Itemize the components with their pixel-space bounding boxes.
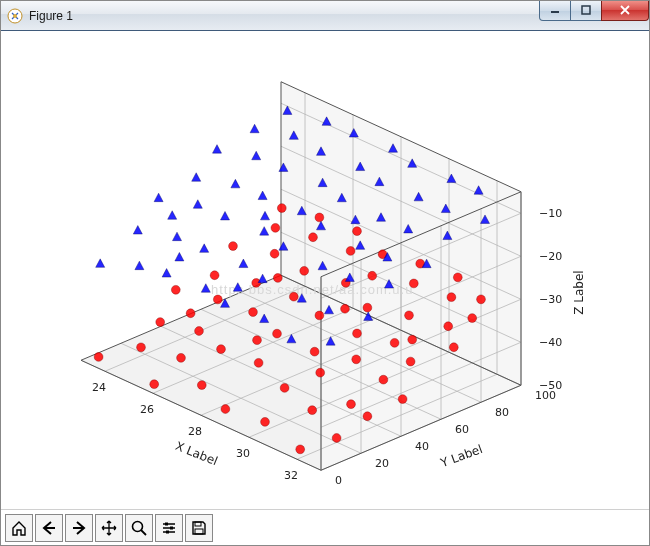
navigation-toolbar <box>1 509 649 545</box>
data-point-circle <box>449 343 458 352</box>
data-point-triangle <box>258 191 267 200</box>
x-tick-label: 26 <box>140 403 154 416</box>
data-point-circle <box>270 249 279 258</box>
scatter3d-plot: https bbs.csdn.net/aa.com.u.u24262830320… <box>1 31 649 509</box>
data-point-triangle <box>201 284 210 293</box>
window-title: Figure 1 <box>29 9 540 23</box>
x-tick-label: 32 <box>284 469 298 482</box>
data-point-circle <box>390 338 399 347</box>
data-point-circle <box>353 227 362 236</box>
data-point-circle <box>310 347 319 356</box>
data-point-circle <box>137 343 146 352</box>
app-icon <box>7 8 23 24</box>
data-point-circle <box>398 395 407 404</box>
minimize-button[interactable] <box>539 1 571 21</box>
data-point-triangle <box>168 211 177 220</box>
data-point-triangle <box>96 259 105 268</box>
data-point-circle <box>332 434 341 443</box>
data-point-circle <box>94 353 103 362</box>
data-point-triangle <box>135 261 144 270</box>
data-point-circle <box>453 273 462 282</box>
data-point-circle <box>408 335 417 344</box>
data-point-circle <box>156 318 165 327</box>
x-tick-label: 30 <box>236 447 250 460</box>
titlebar[interactable]: Figure 1 <box>1 1 649 31</box>
data-point-circle <box>309 233 318 242</box>
svg-rect-48 <box>166 530 169 533</box>
data-point-circle <box>447 293 456 302</box>
data-point-circle <box>221 405 230 414</box>
data-point-triangle <box>154 193 163 202</box>
data-point-circle <box>352 355 361 364</box>
data-point-triangle <box>173 232 182 241</box>
data-point-circle <box>406 357 415 366</box>
data-point-triangle <box>200 244 209 253</box>
svg-rect-47 <box>170 526 173 529</box>
data-point-circle <box>213 295 222 304</box>
y-tick-label: 20 <box>375 457 389 470</box>
svg-rect-46 <box>165 522 168 525</box>
data-point-circle <box>195 327 204 336</box>
data-point-circle <box>347 400 356 409</box>
y-tick-label: 0 <box>335 474 342 487</box>
data-point-circle <box>217 345 226 354</box>
configure-button[interactable] <box>155 514 183 542</box>
x-tick-label: 28 <box>188 425 202 438</box>
z-tick-label: −30 <box>539 293 562 306</box>
data-point-circle <box>363 303 372 312</box>
home-button[interactable] <box>5 514 33 542</box>
data-point-circle <box>308 406 317 415</box>
data-point-circle <box>249 308 258 317</box>
zoom-button[interactable] <box>125 514 153 542</box>
x-axis-label: X Label <box>173 439 219 469</box>
data-point-circle <box>444 322 453 331</box>
data-point-circle <box>405 311 414 320</box>
data-point-circle <box>353 329 362 338</box>
data-point-circle <box>150 380 159 389</box>
data-point-triangle <box>261 211 270 220</box>
data-point-circle <box>316 368 325 377</box>
z-tick-label: −10 <box>539 207 562 220</box>
data-point-circle <box>341 304 350 313</box>
data-point-circle <box>210 271 219 280</box>
data-point-circle <box>368 271 377 280</box>
data-point-triangle <box>193 200 202 209</box>
data-point-circle <box>277 204 286 213</box>
x-tick-label: 24 <box>92 381 106 394</box>
data-point-circle <box>253 336 262 345</box>
maximize-button[interactable] <box>570 1 602 21</box>
plot-area[interactable]: https bbs.csdn.net/aa.com.u.u24262830320… <box>1 31 649 509</box>
z-axis-label: Z Label <box>572 270 586 314</box>
data-point-circle <box>171 285 180 294</box>
data-point-triangle <box>192 173 201 182</box>
close-button[interactable] <box>601 1 649 21</box>
data-point-triangle <box>162 269 171 278</box>
y-tick-label: 60 <box>455 423 469 436</box>
data-point-circle <box>197 381 206 390</box>
data-point-circle <box>271 223 280 232</box>
data-point-triangle <box>250 124 259 133</box>
data-point-triangle <box>213 145 222 154</box>
data-point-circle <box>273 329 282 338</box>
data-point-circle <box>177 353 186 362</box>
data-point-circle <box>315 213 324 222</box>
data-point-circle <box>254 358 263 367</box>
data-point-circle <box>252 279 261 288</box>
z-tick-label: −20 <box>539 250 562 263</box>
forward-button[interactable] <box>65 514 93 542</box>
data-point-circle <box>186 309 195 318</box>
data-point-triangle <box>221 211 230 220</box>
svg-point-1 <box>13 14 17 18</box>
data-point-circle <box>379 375 388 384</box>
back-button[interactable] <box>35 514 63 542</box>
svg-rect-2 <box>551 11 559 13</box>
data-point-circle <box>468 314 477 323</box>
data-point-circle <box>346 247 355 256</box>
z-tick-label: −50 <box>539 379 562 392</box>
data-point-triangle <box>239 259 248 268</box>
save-button[interactable] <box>185 514 213 542</box>
y-tick-label: 80 <box>495 406 509 419</box>
data-point-triangle <box>231 179 240 188</box>
pan-button[interactable] <box>95 514 123 542</box>
window-controls <box>540 1 649 21</box>
